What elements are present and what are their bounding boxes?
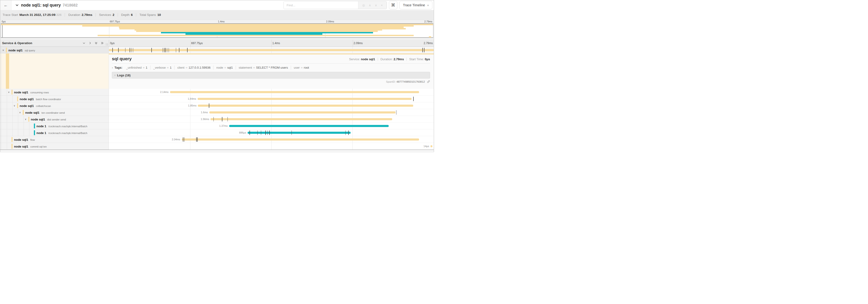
span-gantt-cell: 1.56ms: [109, 116, 434, 123]
span-tree-cell[interactable]: node sql1commit sql txn: [0, 143, 109, 150]
timeline-gridline: [190, 123, 190, 129]
find-nav-icons: ◎ ∧ ∨ ×: [358, 1, 386, 9]
span-bar[interactable]: [197, 98, 412, 100]
span-row[interactable]: node 1/cockroach.roachpb.Internal/Batch1…: [0, 123, 434, 129]
minimap-canvas[interactable]: [1, 23, 433, 38]
span-tree-label: node 1/cockroach.roachpb.Internal/Batch: [0, 123, 108, 129]
chevron-down-icon: [15, 3, 19, 7]
span-row[interactable]: node sql1batch flow coordinator1.84ms: [0, 96, 434, 102]
info-label: Depth: [121, 13, 130, 16]
logs-accordion[interactable]: › Logs (18): [112, 72, 430, 78]
span-bar[interactable]: [431, 145, 432, 147]
deep-link-icon[interactable]: [427, 80, 430, 83]
service-name: node 1: [36, 125, 46, 128]
log-marker-tick: [261, 131, 261, 135]
span-bar[interactable]: [182, 138, 419, 141]
chevron-down-icon: ∨: [427, 4, 429, 6]
tag-value: 1: [170, 66, 172, 69]
span-duration-label: 1.37ms: [219, 123, 229, 129]
span-tree-cell[interactable]: ∨node sql1dist sender send: [0, 116, 109, 123]
span-bar[interactable]: [209, 111, 396, 113]
expand-one-icon[interactable]: [89, 41, 92, 44]
log-marker-tick: [222, 117, 222, 122]
tag-value: 127.0.0.1:59936: [188, 66, 211, 69]
collapse-one-icon[interactable]: [83, 41, 86, 44]
log-marker-tick: [227, 117, 228, 122]
span-row[interactable]: ∨node sql1txn coordinator send1.6ms: [0, 109, 434, 116]
collapse-all-icon[interactable]: [95, 41, 98, 44]
span-row[interactable]: ∨node sql1consuming rows2.14ms: [0, 89, 434, 96]
span-id-label: SpanID:: [386, 80, 396, 83]
log-marker-tick: [424, 48, 425, 52]
span-bar[interactable]: [198, 105, 413, 107]
view-selector-button[interactable]: Trace Timeline ∨: [399, 1, 432, 9]
span-tree-cell[interactable]: node sql1batch flow coordinator: [0, 96, 109, 102]
log-marker-tick: [422, 48, 423, 52]
span-detail-tree-cell[interactable]: [0, 54, 109, 89]
operation-name: /cockroach.roachpb.Internal/Batch: [48, 132, 87, 134]
span-row[interactable]: node 1/cockroach.roachpb.Internal/Batch8…: [0, 129, 434, 136]
span-row[interactable]: node sql1flow2.04ms: [0, 136, 434, 143]
axis-tick-label: 2.79ms: [424, 41, 433, 45]
span-tree-cell[interactable]: node 1/cockroach.roachpb.Internal/Batch: [0, 129, 109, 136]
info-value: 6: [131, 13, 133, 16]
column-resize-grip[interactable]: [106, 43, 108, 46]
tag-key: node: [216, 66, 223, 69]
find-input[interactable]: [284, 1, 358, 9]
trace-title: node sql1: sql query: [21, 3, 61, 8]
back-button[interactable]: ←: [0, 0, 11, 10]
span-bar[interactable]: [211, 118, 392, 120]
span-tree-cell[interactable]: ∨node sql1sql query: [0, 47, 109, 54]
span-bar[interactable]: [248, 132, 351, 134]
operation-name: batch flow coordinator: [36, 98, 61, 101]
tag-item: statement=SELECT * FROM users: [236, 66, 291, 70]
span-tree-label: node sql1batch flow coordinator: [0, 96, 108, 102]
minimap-span-bar: [429, 36, 431, 38]
span-tree-cell[interactable]: ∨node sql1colbatchscan: [0, 102, 109, 109]
span-duration-label: 1.56ms: [200, 116, 211, 123]
log-marker-tick: [209, 103, 209, 108]
span-bar[interactable]: [109, 49, 434, 51]
span-rows-bottom: ∨node sql1consuming rows2.14msnode sql1b…: [0, 89, 434, 150]
span-bar[interactable]: [170, 91, 419, 93]
span-gantt-cell: 2.04ms: [109, 136, 434, 143]
span-row[interactable]: node sql1commit sql txn14μs: [0, 143, 434, 150]
keyboard-shortcuts-button[interactable]: ⌘: [389, 1, 397, 9]
info-label: Services: [99, 13, 111, 16]
operation-name: colbatchscan: [36, 105, 51, 107]
clear-find-icon[interactable]: ×: [381, 3, 383, 7]
span-tree-cell[interactable]: node 1/cockroach.roachpb.Internal/Batch: [0, 123, 109, 129]
span-duration-label: 2.04ms: [172, 136, 182, 143]
service-name: node sql1: [25, 111, 39, 114]
prev-match-icon[interactable]: ∧: [369, 3, 371, 7]
axis-tick-label: 697.75μs: [191, 41, 203, 45]
header-controls: ◎ ∧ ∨ × ⌘ Trace Timeline ∨: [284, 1, 432, 9]
tags-accordion[interactable]: › Tags: _unfinished=1_verbose=1client=12…: [112, 66, 430, 70]
span-tree-label: node 1/cockroach.roachpb.Internal/Batch: [0, 129, 108, 136]
command-icon: ⌘: [391, 3, 395, 8]
service-operation-title: Service & Operation: [2, 40, 32, 46]
trace-collapse-toggle[interactable]: [15, 3, 19, 7]
log-marker-tick: [125, 48, 126, 52]
info-value: 10: [157, 13, 161, 16]
trace-info-bar: Trace StartMarch 31 2022, 17:25:09.326Du…: [0, 10, 434, 20]
tag-value: root: [304, 66, 309, 69]
log-marker-tick: [183, 137, 183, 142]
span-row[interactable]: ∨node sql1colbatchscan1.85ms: [0, 102, 434, 109]
span-bar[interactable]: [229, 125, 389, 127]
span-row[interactable]: ∨node sql1dist sender send1.56ms: [0, 116, 434, 123]
expand-all-icon[interactable]: [101, 41, 104, 44]
next-match-icon[interactable]: ∨: [375, 3, 377, 7]
span-row[interactable]: ∨node sql1sql query: [0, 47, 434, 54]
span-duration-label: 1.85ms: [188, 102, 198, 109]
tag-value: sql1: [227, 66, 233, 69]
back-arrow-icon: ←: [4, 3, 8, 8]
span-tree-cell[interactable]: ∨node sql1txn coordinator send: [0, 109, 109, 116]
tags-list: _unfinished=1_verbose=1client=127.0.0.1:…: [123, 66, 312, 70]
log-marker-tick: [133, 48, 133, 52]
span-tree-cell[interactable]: node sql1flow: [0, 136, 109, 143]
span-tree-cell[interactable]: ∨node sql1consuming rows: [0, 89, 109, 96]
view-selector-label: Trace Timeline: [403, 3, 425, 7]
target-icon[interactable]: ◎: [362, 3, 365, 7]
info-value-muted: .326: [55, 13, 61, 16]
